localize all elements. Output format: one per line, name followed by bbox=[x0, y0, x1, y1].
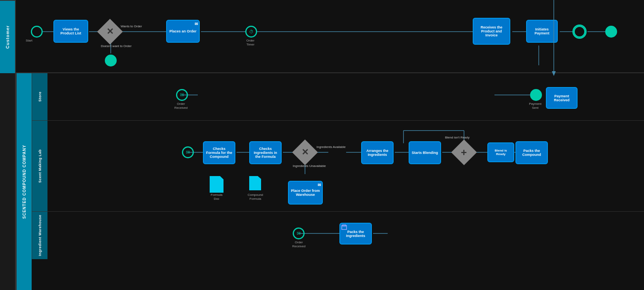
top-lanes: Start Views the Product List ✕ Wants to … bbox=[16, 0, 644, 290]
scent-lab-lane: Scent Making Lab bbox=[32, 121, 644, 212]
scent-lab-content: ✉ Checks Formula for the Compound Checks… bbox=[47, 121, 644, 211]
payment-received-task[interactable]: Payment Received bbox=[546, 87, 578, 109]
warehouse-msg-event: ✉ bbox=[293, 227, 305, 239]
scent-lab-label: Scent Making Lab bbox=[32, 121, 47, 211]
lane-labels: Customer bbox=[0, 0, 16, 290]
receives-product-task[interactable]: Receives the Product and Invoice bbox=[473, 18, 510, 45]
store-content: ✉ OrderReceived PaymentSent Payment Rece… bbox=[47, 73, 644, 120]
formula-doc-1-label: FormulaDoc bbox=[206, 193, 227, 201]
company-lane-label: SCENTED COMPOUND COMPANY bbox=[16, 73, 32, 290]
ingredient-warehouse-lane: Ingredient Warehouse ✉ Ord bbox=[32, 212, 644, 259]
customer-end-event bbox=[605, 26, 617, 38]
initiates-payment-task[interactable]: Initiates Payment bbox=[526, 20, 558, 43]
packs-compound-task[interactable]: Packs the Compound bbox=[515, 141, 548, 164]
store-lane-label: Store bbox=[32, 73, 47, 120]
doesnt-want-label: Doesn't want to Order bbox=[101, 44, 132, 48]
blend-ready-gateway[interactable]: + bbox=[451, 139, 477, 165]
formula-doc-2-label: CompoundFormula bbox=[244, 193, 266, 201]
customer-start-label: Start bbox=[26, 39, 32, 43]
payment-intermediate-event bbox=[574, 26, 585, 38]
place-order-warehouse-task[interactable]: ✉ Place Order from Warehouse bbox=[288, 181, 323, 205]
starts-blending-task[interactable]: Starts Blending bbox=[409, 141, 441, 164]
wants-to-order-label: Wants to Order bbox=[121, 25, 142, 28]
ingredients-available-label: Ingredients Available bbox=[316, 145, 346, 149]
lab-msg-event: ✉ bbox=[182, 146, 194, 158]
store-end-event bbox=[530, 89, 542, 101]
formula-doc-2 bbox=[249, 176, 261, 190]
order-timer-label: OrderTimer bbox=[241, 39, 260, 46]
warehouse-msg-label: OrderReceived bbox=[288, 241, 310, 248]
customer-lane: Start Views the Product List ✕ Wants to … bbox=[16, 0, 644, 73]
formula-doc-1 bbox=[210, 176, 224, 193]
sub-lanes: Store ✉ OrderReceived bbox=[32, 73, 644, 290]
diagram-container: Customer bbox=[0, 0, 644, 290]
ingredient-warehouse-label: Ingredient Warehouse bbox=[32, 212, 47, 259]
checks-ingredients-task[interactable]: Checks Ingredients in the Formula bbox=[249, 141, 282, 164]
customer-lane-label: Customer bbox=[0, 0, 15, 73]
company-block: SCENTED COMPOUND COMPANY Store bbox=[16, 73, 644, 290]
store-msg-event: ✉ bbox=[176, 89, 188, 101]
doesnt-want-end bbox=[105, 55, 117, 66]
ingredients-unavailable-label: Ingredients Unavailable bbox=[293, 164, 326, 168]
customer-start-event bbox=[31, 26, 43, 38]
store-end-label: PaymentSent bbox=[525, 102, 545, 110]
store-lane: Store ✉ OrderReceived bbox=[32, 73, 644, 121]
checks-formula-task[interactable]: Checks Formula for the Compound bbox=[203, 141, 235, 164]
order-timer-event: ⏱ bbox=[245, 26, 257, 38]
blend-isnt-ready-label: Blend isn't Ready bbox=[445, 136, 470, 139]
wants-to-order-gateway[interactable]: ✕ bbox=[97, 19, 123, 44]
store-msg-label: OrderReceived bbox=[170, 102, 192, 110]
ingredients-gateway[interactable]: ✕ bbox=[292, 139, 318, 165]
blend-ready-task[interactable]: Blend is Ready bbox=[487, 142, 514, 162]
arranges-ingredients-task[interactable]: Arranges the Ingredients bbox=[361, 141, 394, 164]
ingredient-warehouse-content: ✉ OrderReceived Packs the Ingredients bbox=[47, 212, 644, 259]
places-order-task[interactable]: ✉ Places an Order bbox=[166, 20, 200, 43]
scent-lab-arrows bbox=[47, 121, 644, 211]
packs-ingredients-task[interactable]: Packs the Ingredients bbox=[339, 223, 372, 245]
views-product-list-task[interactable]: Views the Product List bbox=[53, 20, 88, 43]
